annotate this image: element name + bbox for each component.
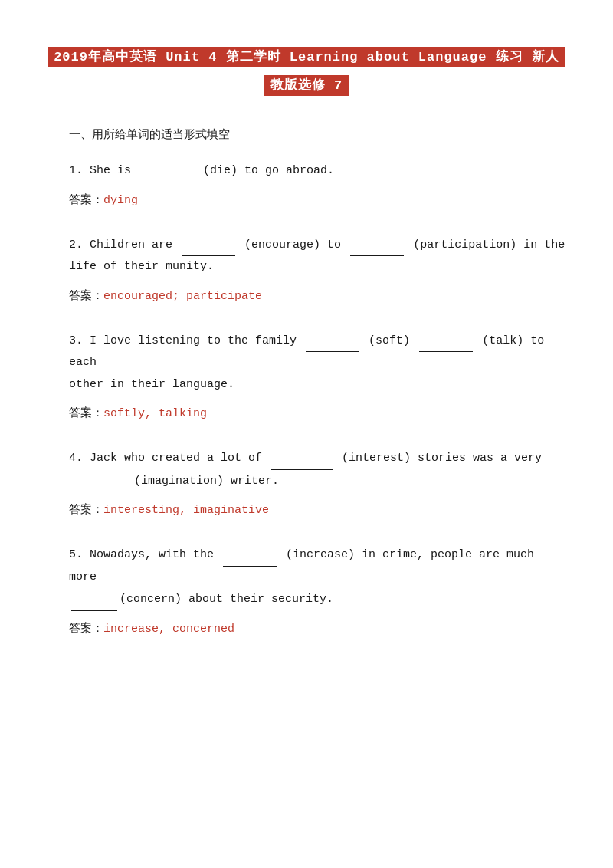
question-5-text: 5. Nowadays, with the (increase) in crim… (69, 544, 567, 611)
title-highlight-line2: 教版选修 7 (264, 75, 349, 96)
q2-blank1 (182, 234, 235, 257)
q3-answer-value: softly, talking (103, 407, 207, 420)
q4-blank2 (71, 470, 125, 493)
q4-hint1: (interest) stories was a very (342, 452, 542, 465)
question-3: 3. I love listening to the family (soft)… (69, 330, 567, 425)
q5-answer-label: 答案： (69, 623, 103, 636)
q5-hint2: (concern) about their security. (120, 593, 333, 606)
q2-before: 2. Children are (69, 238, 172, 252)
question-1-text: 1. She is (die) to go abroad. (69, 159, 567, 182)
q4-before: 4. Jack who created a lot of (69, 452, 262, 465)
q2-hint2: (participation) in the (413, 238, 565, 252)
question-4-text: 4. Jack who created a lot of (interest) … (69, 447, 567, 492)
q4-answer-label: 答案： (69, 504, 103, 517)
q3-answer-label: 答案： (69, 407, 103, 420)
q3-blank2 (419, 330, 473, 353)
q1-after: to go abroad. (244, 164, 334, 177)
q1-blank1 (140, 159, 194, 182)
question-5-answer: 答案：increase, concerned (69, 619, 567, 639)
title-highlight-line1: 2019年高中英语 Unit 4 第二学时 Learning about Lan… (48, 47, 565, 67)
question-4-answer: 答案：interesting, imaginative (69, 500, 567, 521)
q4-hint2: (imagination) writer. (134, 475, 279, 488)
q3-before: 3. I love listening to the family (69, 334, 297, 347)
question-5: 5. Nowadays, with the (increase) in crim… (69, 544, 567, 639)
q1-answer-label: 答案： (69, 194, 103, 207)
question-3-answer: 答案：softly, talking (69, 403, 567, 424)
question-2-text: 2. Children are (encourage) to (particip… (69, 234, 567, 278)
q4-answer-value: interesting, imaginative (103, 504, 269, 517)
q3-hint1: (soft) (369, 334, 410, 347)
title-block: 2019年高中英语 Unit 4 第二学时 Learning about Lan… (46, 46, 567, 97)
q3-blank1 (306, 330, 359, 353)
question-2: 2. Children are (encourage) to (particip… (69, 234, 567, 307)
q4-blank1 (271, 447, 333, 470)
q1-hint1: (die) (203, 164, 238, 177)
q2-after: life of their munity. (69, 260, 214, 273)
question-3-text: 3. I love listening to the family (soft)… (69, 330, 567, 396)
title-line2: 教版选修 7 (46, 74, 567, 98)
q3-after: other in their language. (69, 378, 234, 391)
q2-answer-label: 答案： (69, 290, 103, 303)
question-1: 1. She is (die) to go abroad. 答案：dying (69, 159, 567, 211)
question-4: 4. Jack who created a lot of (interest) … (69, 447, 567, 521)
q5-blank1 (223, 544, 277, 567)
q2-hint1: (encourage) to (244, 238, 341, 252)
title-line1: 2019年高中英语 Unit 4 第二学时 Learning about Lan… (46, 46, 567, 70)
question-1-answer: 答案：dying (69, 190, 567, 211)
q5-before: 5. Nowadays, with the (69, 548, 214, 561)
q1-before: 1. She is (69, 164, 131, 177)
q5-answer-value: increase, concerned (103, 623, 234, 636)
question-2-answer: 答案：encouraged; participate (69, 286, 567, 307)
section-header: 一、用所给单词的适当形式填空 (69, 125, 567, 146)
q2-answer-value: encouraged; participate (103, 290, 262, 303)
q2-blank2 (350, 234, 404, 257)
q1-answer-value: dying (103, 194, 138, 207)
q5-blank2 (71, 588, 117, 611)
